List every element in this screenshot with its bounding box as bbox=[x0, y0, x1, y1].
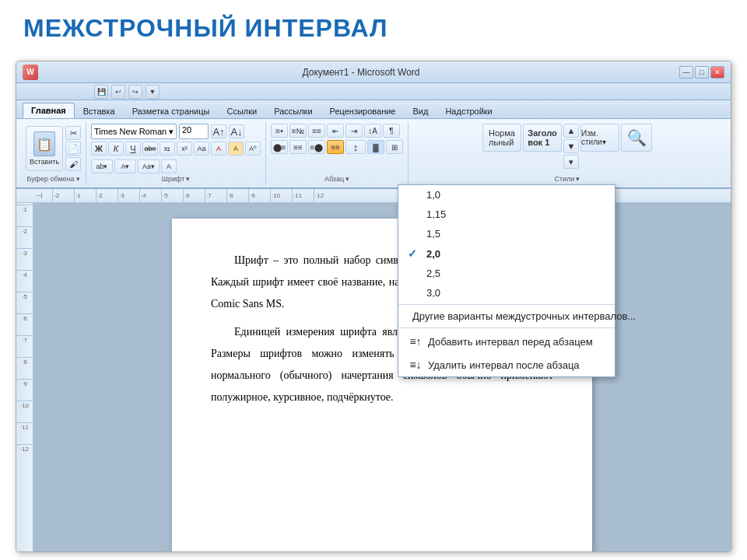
maximize-button[interactable]: □ bbox=[695, 66, 709, 79]
left-ruler-mark-2: ·2 bbox=[16, 226, 33, 248]
close-button[interactable]: ✕ bbox=[710, 66, 724, 79]
spacing-1-5[interactable]: 1,5 bbox=[398, 224, 615, 243]
style-row1: Нормальный Заголовок 1 bbox=[482, 124, 562, 152]
left-ruler-mark-9: ·9 bbox=[16, 379, 33, 401]
spacing-1-15[interactable]: 1,15 bbox=[398, 205, 615, 224]
spacing-3-0[interactable]: 3,0 bbox=[398, 283, 615, 303]
clipboard-group: 📋 Вставить ✂ 📄 🖌 Буфер обмена ▾ bbox=[21, 122, 86, 184]
check-2-0: ✓ bbox=[408, 247, 420, 260]
tab-insert[interactable]: Вставка bbox=[75, 103, 124, 118]
styles-expand-icon[interactable]: ▾ bbox=[576, 175, 580, 183]
style-expand-btn[interactable]: ▾ bbox=[563, 155, 579, 169]
tab-view[interactable]: Вид bbox=[405, 103, 437, 118]
tab-page-layout[interactable]: Разметка страницы bbox=[124, 103, 219, 118]
case-btn[interactable]: Aa▾ bbox=[138, 159, 160, 173]
font-grow-btn[interactable]: A↑ bbox=[211, 124, 226, 138]
multilevel-btn[interactable]: ≡≡ bbox=[308, 124, 325, 138]
font-name-select[interactable]: Times New Roman ▾ bbox=[91, 124, 177, 139]
font-select-row: Times New Roman ▾ 20 A↑ A↓ bbox=[91, 124, 244, 139]
dropdown-quick-btn[interactable]: ▼ bbox=[146, 85, 160, 99]
left-ruler-mark-6: ·6 bbox=[16, 313, 33, 335]
underline-button[interactable]: Ч bbox=[125, 142, 141, 156]
paste-button[interactable]: 📋 Вставить bbox=[26, 126, 63, 171]
dropdown-divider-1 bbox=[398, 304, 615, 305]
minimize-button[interactable]: — bbox=[679, 66, 693, 79]
find-btn[interactable]: 🔍 bbox=[621, 124, 652, 152]
ruler-mark-12: ·12 bbox=[314, 189, 335, 203]
font-color-button[interactable]: A bbox=[211, 142, 226, 156]
left-ruler-mark-8: ·8 bbox=[16, 357, 33, 379]
tab-addins[interactable]: Надстройки bbox=[437, 103, 500, 118]
ruler-mark-neg2: -2 bbox=[52, 189, 74, 203]
paragraph-expand-icon[interactable]: ▾ bbox=[345, 175, 349, 183]
clipboard-expand-icon[interactable]: ▾ bbox=[76, 175, 80, 183]
strikethrough-button[interactable]: abe bbox=[142, 142, 158, 156]
bold-button[interactable]: Ж bbox=[91, 142, 107, 156]
align-center-btn[interactable]: ≡≡ bbox=[289, 140, 307, 154]
save-quick-btn[interactable]: 💾 bbox=[94, 85, 108, 99]
tab-references[interactable]: Ссылки bbox=[218, 103, 265, 118]
sort-btn[interactable]: ↕A bbox=[364, 124, 381, 138]
copy-button[interactable]: 📄 bbox=[65, 142, 81, 156]
window-controls: — □ ✕ bbox=[679, 66, 724, 79]
clear-format-button[interactable]: Aa bbox=[194, 142, 209, 156]
shading-btn[interactable]: ▓ bbox=[367, 140, 384, 154]
text-effect-button[interactable]: A⁰ bbox=[245, 142, 261, 156]
page-container[interactable]: Шрифт – это полный набор символов опреде… bbox=[33, 203, 731, 552]
numbering-btn[interactable]: ≡№ bbox=[289, 124, 307, 138]
style-arrows: ▲ ▼ ▾ bbox=[563, 124, 579, 169]
redo-quick-btn[interactable]: ↪ bbox=[128, 85, 142, 99]
bullets-btn[interactable]: ≡• bbox=[271, 124, 288, 138]
cut-button[interactable]: ✂ bbox=[65, 126, 81, 140]
left-ruler-mark-10: ·10 bbox=[16, 401, 33, 422]
superscript-button[interactable]: x² bbox=[177, 142, 192, 156]
line-spacing-btn[interactable]: ↕ bbox=[345, 140, 366, 154]
title-bar: W Документ1 - Microsoft Word — □ ✕ bbox=[16, 61, 731, 83]
decrease-indent-btn[interactable]: ⇤ bbox=[327, 124, 344, 138]
spacing-2-5[interactable]: 2,5 bbox=[398, 264, 615, 283]
align-left-btn[interactable]: ⬤≡ bbox=[271, 140, 288, 154]
show-marks-btn[interactable]: ¶ bbox=[383, 124, 400, 138]
undo-quick-btn[interactable]: ↩ bbox=[111, 85, 125, 99]
styles-content: Нормальный Заголовок 1 ▲ ▼ ▾ Изм. стили▾… bbox=[482, 124, 652, 173]
tab-home[interactable]: Главная bbox=[23, 103, 75, 118]
styles-group: Нормальный Заголовок 1 ▲ ▼ ▾ Изм. стили▾… bbox=[409, 122, 726, 184]
change-styles-btn[interactable]: Изм. стили▾ bbox=[580, 124, 619, 152]
aa-btn[interactable]: A bbox=[161, 159, 177, 173]
other-spacing-option[interactable]: Другие варианты междустрочных интервалов… bbox=[398, 306, 615, 326]
style-down-btn[interactable]: ▼ bbox=[563, 139, 579, 153]
italic-button[interactable]: К bbox=[108, 142, 124, 156]
add-space-before[interactable]: ≡↑ Добавить интервал перед абзацем bbox=[398, 330, 615, 353]
dropdown-divider-2 bbox=[398, 327, 615, 328]
word-window: W Документ1 - Microsoft Word — □ ✕ 💾 ↩ ↪… bbox=[16, 61, 731, 552]
spacing-2-0[interactable]: ✓ 2,0 bbox=[398, 243, 615, 264]
ruler-mark-11: ·11 bbox=[292, 189, 314, 203]
font-expand-icon[interactable]: ▾ bbox=[186, 175, 190, 183]
normal-style-btn[interactable]: Нормальный bbox=[482, 124, 521, 152]
quick-access-bar: 💾 ↩ ↪ ▼ bbox=[16, 83, 731, 100]
font-size-select[interactable]: 20 bbox=[179, 124, 209, 139]
tab-review[interactable]: Рецензирование bbox=[321, 103, 405, 118]
font-shrink-btn[interactable]: A↓ bbox=[229, 124, 244, 138]
font-color2-btn[interactable]: A▾ bbox=[114, 159, 136, 173]
tab-mailings[interactable]: Рассылки bbox=[265, 103, 321, 118]
text-bg-btn[interactable]: ab▾ bbox=[91, 159, 113, 173]
ruler-mark-2: ·2 bbox=[96, 189, 117, 203]
doc-area: ·1 ·2 ·3 ·4 ·5 ·6 ·7 ·8 ·9 ·10 ·11 ·12 Ш… bbox=[16, 203, 731, 552]
format-painter-button[interactable]: 🖌 bbox=[65, 157, 81, 171]
border-btn[interactable]: ⊞ bbox=[386, 140, 403, 154]
highlight-button[interactable]: A bbox=[228, 142, 244, 156]
left-ruler-mark-4: ·4 bbox=[16, 270, 33, 292]
para-row1: ≡• ≡№ ≡≡ ⇤ ⇥ ↕A ¶ bbox=[271, 124, 400, 138]
ribbon: 📋 Вставить ✂ 📄 🖌 Буфер обмена ▾ Times bbox=[16, 119, 731, 189]
justify-btn[interactable]: ≡≡ bbox=[327, 140, 344, 154]
left-ruler-mark-11: ·11 bbox=[16, 422, 33, 444]
remove-space-after[interactable]: ≡↓ Удалить интервал после абзаца bbox=[398, 353, 615, 376]
heading1-style-btn[interactable]: Заголовок 1 bbox=[523, 124, 562, 152]
spacing-1-0[interactable]: 1,0 bbox=[398, 185, 615, 205]
increase-indent-btn[interactable]: ⇥ bbox=[345, 124, 363, 138]
style-up-btn[interactable]: ▲ bbox=[563, 124, 579, 138]
align-right-btn[interactable]: ≡⬤ bbox=[308, 140, 325, 154]
subscript-button[interactable]: x₂ bbox=[160, 142, 175, 156]
style-previews: Нормальный Заголовок 1 bbox=[482, 124, 562, 152]
